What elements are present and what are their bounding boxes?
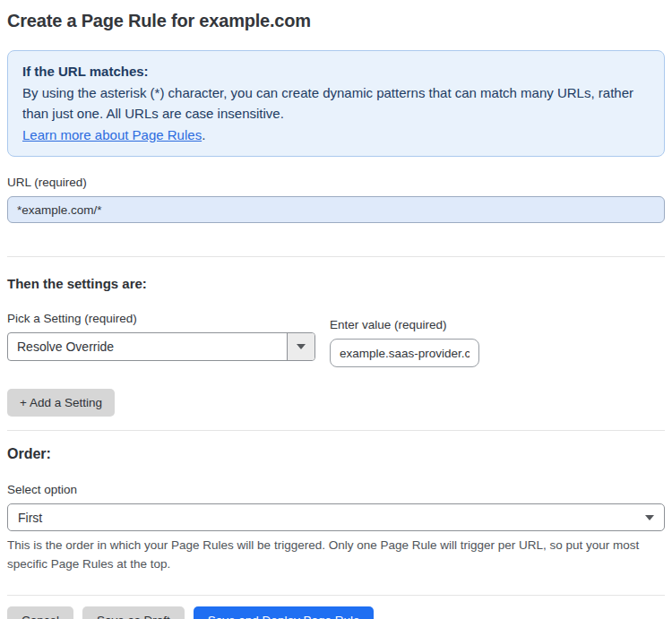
divider — [7, 595, 665, 596]
order-selected-value: First — [8, 511, 645, 525]
save-as-draft-button[interactable]: Save as Draft — [82, 606, 185, 619]
chevron-down-icon — [297, 344, 306, 349]
url-match-info-box: If the URL matches: By using the asteris… — [7, 50, 665, 157]
info-box-body: By using the asterisk (*) character, you… — [22, 82, 650, 125]
info-box-heading: If the URL matches: — [22, 61, 650, 82]
order-select[interactable]: First — [7, 503, 665, 531]
link-suffix: . — [202, 127, 205, 142]
setting-value-column: Enter value (required) — [330, 318, 479, 367]
dropdown-arrow-button[interactable] — [287, 333, 314, 360]
setting-value-input[interactable] — [330, 339, 479, 367]
setting-picker-dropdown[interactable]: Resolve Override — [7, 332, 315, 361]
order-section-heading: Order: — [7, 446, 665, 462]
chevron-down-icon — [645, 515, 654, 520]
order-select-label: Select option — [7, 483, 665, 496]
setting-picker-label: Pick a Setting (required) — [7, 312, 315, 325]
order-help-text: This is the order in which your Page Rul… — [7, 536, 665, 574]
setting-picker-column: Pick a Setting (required) Resolve Overri… — [7, 312, 315, 361]
settings-row: Pick a Setting (required) Resolve Overri… — [7, 312, 665, 367]
setting-picker-selected-value: Resolve Override — [8, 340, 287, 354]
page-title: Create a Page Rule for example.com — [7, 11, 665, 31]
page-rule-form: Create a Page Rule for example.com If th… — [0, 0, 672, 619]
divider — [7, 256, 665, 257]
footer-button-bar: Cancel Save as Draft Save and Deploy Pag… — [7, 606, 665, 619]
save-and-deploy-button[interactable]: Save and Deploy Page Rule — [194, 606, 375, 619]
url-input[interactable] — [7, 196, 665, 223]
cancel-button[interactable]: Cancel — [7, 606, 73, 619]
settings-section-heading: Then the settings are: — [7, 276, 665, 291]
info-box-link-line: Learn more about Page Rules. — [22, 125, 650, 146]
add-setting-button[interactable]: + Add a Setting — [7, 389, 115, 417]
url-field-label: URL (required) — [7, 176, 665, 189]
learn-more-link[interactable]: Learn more about Page Rules — [22, 127, 202, 142]
value-field-label: Enter value (required) — [330, 318, 479, 331]
divider — [7, 430, 665, 431]
